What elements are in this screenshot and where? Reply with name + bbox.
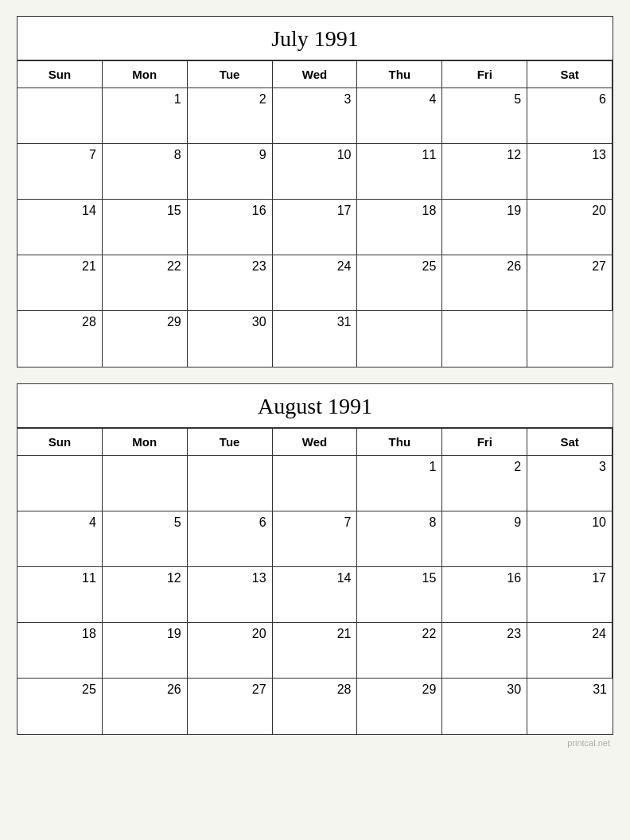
table-row: 15 bbox=[103, 200, 188, 255]
table-row: 11 bbox=[357, 144, 442, 200]
table-row: 23 bbox=[442, 623, 527, 679]
table-row: 24 bbox=[527, 623, 612, 679]
table-row: 17 bbox=[527, 567, 612, 623]
august-header-thu: Thu bbox=[357, 428, 442, 456]
table-row: 9 bbox=[188, 144, 273, 200]
july-grid: Sun Mon Tue Wed Thu Fri Sat 1 2 3 4 5 6 … bbox=[18, 60, 612, 367]
july-calendar: July 1991 Sun Mon Tue Wed Thu Fri Sat 1 … bbox=[17, 16, 613, 368]
july-header-fri: Fri bbox=[442, 60, 527, 88]
july-header-thu: Thu bbox=[357, 60, 442, 88]
july-title: July 1991 bbox=[18, 17, 612, 60]
table-row: 25 bbox=[18, 679, 103, 734]
table-row: 7 bbox=[273, 511, 358, 567]
july-header-wed: Wed bbox=[273, 60, 358, 88]
table-row: 17 bbox=[273, 200, 358, 255]
table-row: 10 bbox=[273, 144, 358, 200]
table-row: 26 bbox=[442, 255, 527, 311]
table-row bbox=[188, 456, 273, 511]
august-calendar: August 1991 Sun Mon Tue Wed Thu Fri Sat … bbox=[17, 383, 613, 735]
table-row: 18 bbox=[357, 200, 442, 255]
table-row: 27 bbox=[188, 679, 273, 734]
table-row: 19 bbox=[442, 200, 527, 255]
table-row: 27 bbox=[527, 255, 612, 311]
july-header-sat: Sat bbox=[527, 60, 612, 88]
table-row: 20 bbox=[527, 200, 612, 255]
table-row: 5 bbox=[103, 511, 188, 567]
table-row: 2 bbox=[188, 88, 273, 144]
july-header-sun: Sun bbox=[18, 60, 103, 88]
table-row: 4 bbox=[18, 511, 103, 567]
table-row: 18 bbox=[18, 623, 103, 679]
table-row: 29 bbox=[103, 311, 188, 367]
table-row: 12 bbox=[442, 144, 527, 200]
table-row: 2 bbox=[442, 456, 527, 511]
table-row: 20 bbox=[188, 623, 273, 679]
august-header-sun: Sun bbox=[18, 428, 103, 456]
table-row: 22 bbox=[357, 623, 442, 679]
table-row: 25 bbox=[357, 255, 442, 311]
table-row: 8 bbox=[357, 511, 442, 567]
table-row: 15 bbox=[357, 567, 442, 623]
table-row: 28 bbox=[18, 311, 103, 367]
table-row: 6 bbox=[188, 511, 273, 567]
table-row: 8 bbox=[103, 144, 188, 200]
table-row: 24 bbox=[273, 255, 358, 311]
table-row: 29 bbox=[357, 679, 442, 734]
august-header-sat: Sat bbox=[527, 428, 612, 456]
table-row bbox=[18, 88, 103, 144]
table-row: 13 bbox=[527, 144, 612, 200]
table-row bbox=[527, 311, 612, 367]
table-row: 1 bbox=[103, 88, 188, 144]
table-row: 7 bbox=[18, 144, 103, 200]
table-row bbox=[442, 311, 527, 367]
august-header-fri: Fri bbox=[442, 428, 527, 456]
table-row: 1 bbox=[357, 456, 442, 511]
august-header-tue: Tue bbox=[188, 428, 273, 456]
july-header-mon: Mon bbox=[103, 60, 188, 88]
table-row bbox=[273, 456, 358, 511]
table-row: 10 bbox=[527, 511, 612, 567]
table-row: 28 bbox=[273, 679, 358, 734]
table-row: 31 bbox=[273, 311, 358, 367]
table-row: 30 bbox=[442, 679, 527, 734]
august-grid: Sun Mon Tue Wed Thu Fri Sat 1 2 3 4 5 6 … bbox=[18, 428, 612, 734]
table-row: 21 bbox=[273, 623, 358, 679]
table-row: 26 bbox=[103, 679, 188, 734]
table-row: 5 bbox=[442, 88, 527, 144]
table-row: 19 bbox=[103, 623, 188, 679]
table-row: 13 bbox=[188, 567, 273, 623]
table-row: 3 bbox=[527, 456, 612, 511]
table-row: 21 bbox=[18, 255, 103, 311]
table-row: 30 bbox=[188, 311, 273, 367]
table-row: 16 bbox=[188, 200, 273, 255]
table-row: 11 bbox=[18, 567, 103, 623]
july-header-tue: Tue bbox=[188, 60, 273, 88]
table-row: 6 bbox=[527, 88, 612, 144]
watermark: printcal.net bbox=[17, 738, 613, 748]
august-header-wed: Wed bbox=[273, 428, 358, 456]
table-row: 31 bbox=[527, 679, 612, 734]
table-row: 14 bbox=[273, 567, 358, 623]
table-row bbox=[357, 311, 442, 367]
table-row: 22 bbox=[103, 255, 188, 311]
table-row: 14 bbox=[18, 200, 103, 255]
august-title: August 1991 bbox=[18, 384, 612, 428]
table-row bbox=[18, 456, 103, 511]
table-row: 4 bbox=[357, 88, 442, 144]
table-row: 23 bbox=[188, 255, 273, 311]
august-header-mon: Mon bbox=[103, 428, 188, 456]
table-row bbox=[103, 456, 188, 511]
table-row: 3 bbox=[273, 88, 358, 144]
table-row: 12 bbox=[103, 567, 188, 623]
table-row: 16 bbox=[442, 567, 527, 623]
table-row: 9 bbox=[442, 511, 527, 567]
